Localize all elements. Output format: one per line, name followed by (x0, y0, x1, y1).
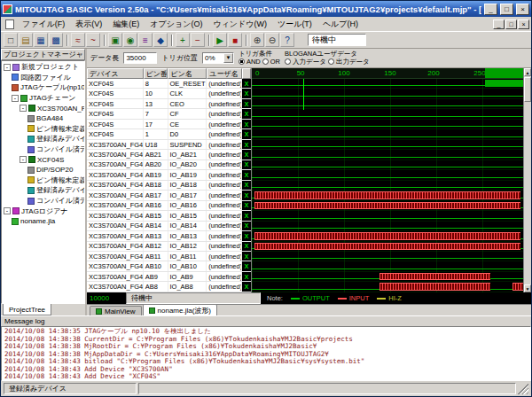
wave-row-15[interactable] (252, 231, 523, 241)
waveform-ruler[interactable]: 050100150200250 (252, 68, 523, 79)
table-row-19[interactable]: XC3S700AN_FG484AB9IO_AB9(undefined)X (87, 272, 251, 282)
tree-item-14[interactable]: -JTAGロジアナ (2, 206, 84, 216)
table-row-1[interactable]: XCF04S10CLK(undefined)X (87, 89, 251, 98)
tree-item-13[interactable]: コンパイル済デバイス (2, 196, 84, 206)
new-project-icon[interactable]: □ (4, 33, 18, 47)
wave-row-11[interactable] (252, 191, 523, 200)
wave-row-13[interactable] (252, 211, 523, 221)
open-project-icon[interactable]: ▤ (19, 33, 33, 47)
wave-row-2[interactable] (252, 99, 523, 109)
table-row-20[interactable]: XC3S700AN_FG484AB8IO_AB8(undefined)X (87, 282, 251, 292)
remove-device-icon[interactable]: − (191, 33, 205, 47)
wave-row-18[interactable] (252, 261, 523, 271)
minimize-button[interactable]: _ (484, 4, 497, 15)
tree-item-5[interactable]: BGA484 (2, 113, 84, 124)
scroll-thumb[interactable] (524, 77, 531, 102)
wave-row-16[interactable] (252, 242, 523, 252)
scroll-track[interactable] (524, 103, 531, 284)
wave-row-9[interactable] (252, 170, 523, 180)
view-tab-1[interactable]: noname.jla(波形) (143, 304, 217, 315)
wave-row-12[interactable] (252, 201, 523, 211)
scroll-up-icon[interactable]: ▲ (524, 68, 531, 76)
boundary-scan-icon[interactable]: ◉ (123, 33, 137, 47)
menu-item-1[interactable]: 表示(V) (70, 17, 107, 32)
wave-row-19[interactable] (252, 272, 523, 282)
table-row-3[interactable]: XCF04S7CF(undefined)X (87, 109, 251, 119)
table-row-18[interactable]: XC3S700AN_FG484AB10IO_AB10(undefined)X (87, 261, 251, 271)
tree-item-0[interactable]: -新規プロジェクト (2, 62, 84, 73)
wave-row-5[interactable] (252, 129, 523, 139)
tree-expander-icon[interactable]: - (4, 64, 11, 71)
close-button[interactable]: × (516, 4, 529, 15)
table-row-9[interactable]: XC3S700AN_FG484AB19IO_AB19(undefined)X (87, 170, 251, 180)
cable-detect-icon[interactable]: ~ (86, 33, 100, 47)
menu-item-3[interactable]: オプション(O) (145, 17, 207, 32)
table-row-10[interactable]: XC3S700AN_FG484AB18IO_AB18(undefined)X (87, 181, 251, 191)
table-row-12[interactable]: XC3S700AN_FG484AB16IO_AB16(undefined)X (87, 201, 251, 211)
menu-item-0[interactable]: ファイル(F) (17, 17, 70, 32)
message-log[interactable]: 2014/10/08 14:38:35 JTAGケーブル np10.10 を検出… (1, 326, 531, 381)
table-row-13[interactable]: XC3S700AN_FG484AB15IO_AB15(undefined)X (87, 211, 251, 221)
resize-grip-icon[interactable] (518, 384, 528, 394)
tree-item-12[interactable]: 登録済みデバイス (2, 185, 84, 196)
tree-item-4[interactable]: -XC3S700AN_FG484 (2, 103, 84, 113)
table-row-6[interactable]: XC3S700AN_FG484U18SUSPEND(undefined)X (87, 140, 251, 150)
header-pin-name[interactable]: ピン名 (168, 68, 207, 79)
tree-item-11[interactable]: ピン情報未定義 (2, 175, 84, 186)
table-row-15[interactable]: XC3S700AN_FG484AB13IO_AB13(undefined)X (87, 231, 251, 241)
tree-item-9[interactable]: -XCF04S (2, 154, 84, 165)
wave-row-10[interactable] (252, 181, 523, 191)
tree-item-3[interactable]: -JTAGチェーン (2, 93, 84, 104)
jtag-scan-icon[interactable]: ▣ (108, 33, 122, 47)
table-row-4[interactable]: XCF04S17CE(undefined)X (87, 120, 251, 129)
stop-icon[interactable]: ■ (228, 33, 242, 47)
menu-item-5[interactable]: ツール(T) (272, 17, 317, 32)
wave-row-0[interactable] (252, 79, 523, 89)
wave-row-4[interactable] (252, 120, 523, 129)
logic-analyzer-icon[interactable]: ≡ (138, 33, 153, 47)
tree-item-1[interactable]: 回路図ファイル (2, 73, 84, 83)
wave-row-3[interactable] (252, 109, 523, 119)
tree-expander-icon[interactable]: - (20, 156, 27, 163)
run-icon[interactable]: ▶ (213, 33, 227, 47)
header-user-name[interactable]: ユーザ名 (207, 68, 242, 79)
tree-item-7[interactable]: 登録済みデバイス (2, 134, 84, 144)
and-radio[interactable] (239, 58, 245, 65)
wave-row-20[interactable] (252, 282, 523, 292)
table-row-17[interactable]: XC3S700AN_FG484AB11IO_AB11(undefined)X (87, 252, 251, 261)
menu-item-4[interactable]: ウィンドウ(W) (207, 17, 272, 32)
header-device[interactable]: デバイス (87, 68, 144, 79)
table-row-0[interactable]: XCF04S8OE_RESET(undefined)X (87, 79, 251, 89)
wave-row-6[interactable] (252, 140, 523, 150)
output-data-radio[interactable] (328, 58, 334, 65)
save-all-icon[interactable]: ▩ (49, 33, 63, 47)
table-row-2[interactable]: XCF04S13CEO(undefined)X (87, 99, 251, 109)
view-tab-0[interactable]: MainView (90, 306, 142, 315)
tree-item-6[interactable]: ピン情報未定義 (2, 124, 84, 135)
dropdown-arrow-icon[interactable]: ▼ (223, 53, 233, 63)
menu-item-6[interactable]: ヘルプ(H) (317, 17, 364, 32)
input-data-radio[interactable] (285, 58, 291, 65)
zoom-out-icon[interactable]: ⊖ (265, 33, 279, 47)
wave-row-17[interactable] (252, 252, 523, 261)
or-radio[interactable] (262, 58, 269, 65)
mdi-close-button[interactable]: × (518, 19, 529, 29)
table-row-16[interactable]: XC3S700AN_FG484AB12IO_AB12(undefined)X (87, 242, 251, 252)
zoom-in-icon[interactable]: ⊕ (250, 33, 264, 47)
table-row-7[interactable]: XC3S700AN_FG484AB21IO_AB21(undefined)X (87, 150, 251, 160)
tree-expander-icon[interactable]: - (4, 207, 11, 214)
table-row-5[interactable]: XCF04S1D0(undefined)X (87, 129, 251, 139)
header-pin-number[interactable]: ピン番号 (144, 68, 168, 79)
add-device-icon[interactable]: + (176, 33, 190, 47)
menu-item-2[interactable]: 編集(E) (107, 17, 145, 32)
mdi-restore-button[interactable]: □ (505, 19, 517, 29)
save-project-icon[interactable]: ▦ (34, 33, 48, 47)
bsdl-icon[interactable]: ◆ (153, 33, 168, 47)
tab-project-tree[interactable]: ProjectTree (3, 304, 51, 315)
wave-row-8[interactable] (252, 160, 523, 170)
tree-item-10[interactable]: DIP/SOP20 (2, 165, 84, 175)
tree-item-8[interactable]: コンパイル済デバイス (2, 144, 84, 155)
maximize-button[interactable]: □ (500, 4, 513, 15)
mdi-minimize-button[interactable]: _ (493, 19, 505, 29)
tree-expander-icon[interactable]: - (12, 95, 19, 102)
